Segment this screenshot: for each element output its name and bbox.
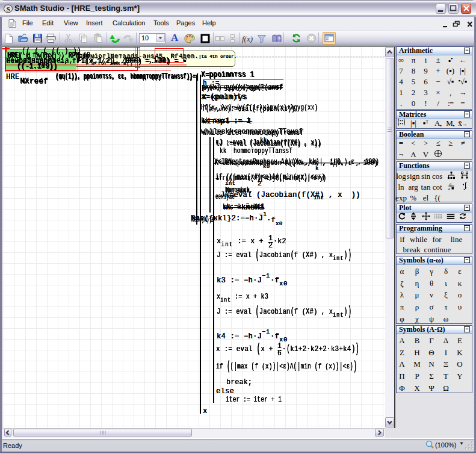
svg-text:d: d <box>448 187 451 191</box>
svg-text:?: ? <box>278 36 281 42</box>
svg-text:S: S <box>6 5 10 13</box>
